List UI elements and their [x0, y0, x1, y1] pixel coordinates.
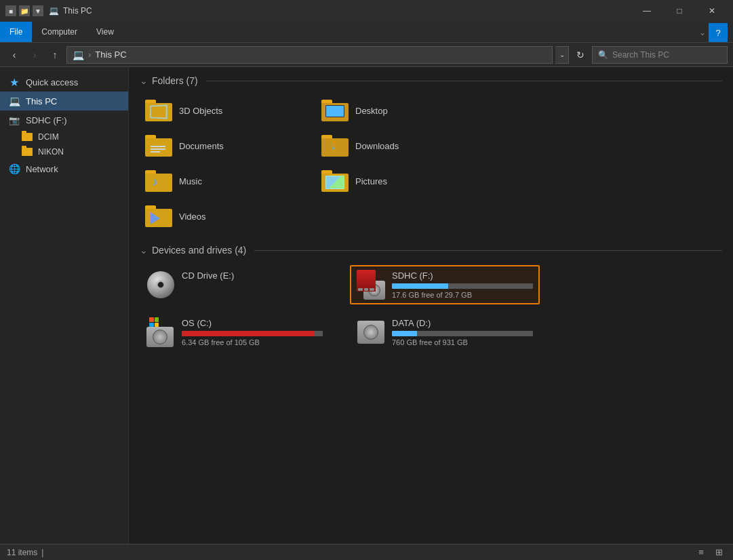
title-bar-icons: ■ 📁 ▼	[5, 5, 43, 16]
path-pc-icon: 💻	[73, 49, 84, 60]
data-bar-bg	[392, 331, 533, 336]
os-bar-bg	[182, 331, 323, 336]
device-os-c[interactable]: OS (C:) 6.34 GB free of 105 GB	[140, 313, 330, 352]
star-icon: ★	[8, 76, 20, 88]
view-tiles-button[interactable]: ⊞	[711, 546, 726, 559]
os-drive-icon	[146, 318, 175, 346]
app-icon: ■	[5, 5, 16, 16]
folder-3d-objects[interactable]: 3D Objects	[140, 96, 289, 125]
window-controls: — □ ✕	[631, 0, 728, 22]
status-count: 11 items	[7, 548, 37, 557]
address-dropdown[interactable]: ⌄	[555, 46, 569, 64]
device-cd-drive[interactable]: CD Drive (E:)	[140, 265, 330, 304]
folder-icon-videos	[145, 205, 172, 227]
cd-drive-icon	[146, 271, 175, 299]
sdhc-drive-info: SDHC (F:) 17.6 GB free of 29.7 GB	[392, 271, 533, 299]
folder-icon-pictures	[321, 170, 349, 192]
folder-icon-music: ♪	[145, 170, 172, 192]
data-bar-fill	[392, 331, 417, 336]
title-bar: ■ 📁 ▼ 💻 This PC — □ ✕	[0, 0, 733, 22]
sdhc-bar-bg	[392, 283, 533, 289]
address-bar: ‹ › ↑ 💻 › This PC ⌄ ↻ 🔍 Search This PC	[0, 43, 733, 67]
help-button[interactable]: ?	[709, 23, 728, 42]
sidebar-item-network[interactable]: 🌐 Network	[0, 159, 128, 178]
maximize-button[interactable]: □	[664, 0, 695, 22]
close-button[interactable]: ✕	[696, 0, 728, 22]
ribbon: File Computer View ⌄ ?	[0, 22, 733, 43]
app-icon3: ▼	[33, 5, 43, 16]
app-icon2: 📁	[19, 5, 30, 16]
folder-documents[interactable]: Documents	[140, 131, 289, 161]
address-path[interactable]: 💻 › This PC	[66, 46, 553, 64]
up-button[interactable]: ↑	[46, 46, 64, 64]
status-separator: |	[41, 548, 43, 557]
data-drive-info: DATA (D:) 760 GB free of 931 GB	[392, 318, 533, 346]
ribbon-tabs: File Computer View ⌄ ?	[0, 22, 733, 42]
folder-icon-documents	[145, 135, 172, 157]
tab-computer[interactable]: Computer	[32, 22, 87, 42]
pc-icon: 💻	[8, 95, 20, 107]
search-placeholder: Search This PC	[612, 50, 669, 60]
sdhc-bar-fill	[392, 283, 448, 289]
path-separator: ›	[88, 49, 91, 60]
window-title: 💻 This PC	[49, 6, 631, 16]
folder-icon-dcim	[22, 133, 33, 141]
sidebar-item-nikon[interactable]: NIKON	[0, 144, 128, 159]
search-box[interactable]: 🔍 Search This PC	[592, 46, 728, 64]
tab-file[interactable]: File	[0, 22, 32, 42]
status-right: ≡ ⊞	[694, 546, 726, 559]
tab-view[interactable]: View	[87, 22, 123, 42]
back-button[interactable]: ‹	[5, 46, 23, 64]
refresh-button[interactable]: ↻	[572, 46, 589, 64]
folder-music[interactable]: ♪ Music	[140, 166, 289, 196]
device-data-d[interactable]: DATA (D:) 760 GB free of 931 GB	[350, 313, 540, 352]
sidebar-item-sdhc[interactable]: 📷 SDHC (F:)	[0, 111, 128, 129]
path-label: This PC	[95, 49, 126, 60]
folders-collapse-btn[interactable]: ⌄	[140, 75, 148, 86]
folder-pictures[interactable]: Pictures	[316, 166, 465, 196]
sidebar-item-this-pc[interactable]: 💻 This PC	[0, 92, 128, 111]
folder-icon-downloads: ↓	[321, 135, 349, 157]
network-icon: 🌐	[8, 163, 20, 175]
sidebar-item-dcim[interactable]: DCIM	[0, 129, 128, 144]
os-drive-info: OS (C:) 6.34 GB free of 105 GB	[182, 318, 323, 346]
ribbon-collapse-icon[interactable]: ⌄	[699, 28, 706, 37]
sidebar-item-quick-access[interactable]: ★ Quick access	[0, 73, 128, 92]
device-sdhc[interactable]: SDHC (F:) 17.6 GB free of 29.7 GB	[350, 265, 540, 304]
devices-section-header: ⌄ Devices and drives (4)	[140, 245, 722, 256]
devices-collapse-btn[interactable]: ⌄	[140, 245, 148, 256]
sdhc-drive-icon	[357, 271, 385, 299]
view-details-button[interactable]: ≡	[694, 546, 709, 559]
ribbon-right: ⌄ ?	[699, 23, 733, 42]
folders-grid: 3D Objects Desktop	[140, 96, 722, 231]
folder-icon-nikon	[22, 148, 33, 156]
main-area: ★ Quick access 💻 This PC 📷 SDHC (F:) DCI…	[0, 67, 733, 544]
devices-grid: CD Drive (E:)	[140, 265, 722, 352]
search-icon: 🔍	[598, 50, 608, 60]
folder-desktop[interactable]: Desktop	[316, 96, 465, 125]
os-bar-fill	[182, 331, 315, 336]
sdhc-icon: 📷	[8, 114, 20, 126]
folder-icon-desktop	[321, 100, 349, 121]
minimize-button[interactable]: —	[631, 0, 662, 22]
status-bar: 11 items | ≡ ⊞	[0, 544, 733, 560]
content-area: ⌄ Folders (7) 3D Objects	[129, 67, 733, 544]
folder-icon-3d	[145, 100, 172, 121]
folders-divider	[206, 81, 722, 81]
sidebar: ★ Quick access 💻 This PC 📷 SDHC (F:) DCI…	[0, 67, 129, 544]
folder-videos[interactable]: Videos	[140, 201, 289, 231]
folder-downloads[interactable]: ↓ Downloads	[316, 131, 465, 161]
data-drive-icon	[357, 318, 385, 346]
devices-divider	[254, 250, 722, 251]
folders-section-header: ⌄ Folders (7)	[140, 75, 722, 86]
cd-drive-info: CD Drive (E:)	[182, 271, 323, 283]
forward-button[interactable]: ›	[26, 46, 43, 64]
